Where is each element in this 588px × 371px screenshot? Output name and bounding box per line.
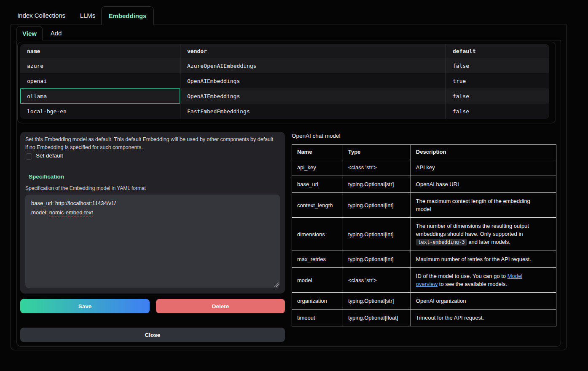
cell-name[interactable]: ollama — [20, 88, 180, 104]
column-header-vendor: vendor — [180, 44, 446, 58]
embedding-row-openai[interactable]: openaiOpenAIEmbeddingstrue — [20, 73, 549, 88]
embeddings-table: namevendordefault azureAzureOpenAIEmbedd… — [20, 44, 549, 119]
spec-help-text: Specification of the Embedding model in … — [25, 185, 146, 191]
doc-cell-description: ID of the model to use. You can go to Mo… — [411, 268, 556, 293]
app-window: Index Collections LLMs Embeddings View A… — [0, 0, 588, 371]
doc-column-header-type: Type — [343, 145, 411, 159]
yaml-line-2: model: nomic-embed-text — [31, 208, 274, 217]
doc-cell-description: OpenAI organization — [411, 293, 556, 310]
cell-vendor[interactable]: OpenAIEmbeddings — [180, 88, 446, 104]
doc-row-dimensions: dimensionstyping.Optional[int]The number… — [292, 218, 556, 251]
doc-cell-type: typing.Optional[float] — [343, 310, 411, 326]
cell-vendor[interactable]: OpenAIEmbeddings — [180, 73, 446, 88]
column-header-default: default — [446, 44, 549, 58]
doc-cell-description: Maximum number of retries for the API re… — [411, 251, 556, 268]
doc-row-context_length: context_lengthtyping.Optional[int]The ma… — [292, 193, 556, 218]
doc-cell-description: API key — [411, 159, 556, 176]
doc-row-model: model<class 'str'>ID of the model to use… — [292, 268, 556, 293]
doc-cell-type: typing.Optional[int] — [343, 218, 411, 251]
doc-row-organization: organizationtyping.Optional[str]OpenAI o… — [292, 293, 556, 310]
doc-cell-name: timeout — [292, 310, 343, 326]
doc-cell-name: api_key — [292, 159, 343, 176]
cell-vendor[interactable]: FastEmbedEmbeddings — [180, 104, 446, 119]
doc-cell-name: model — [292, 268, 343, 293]
description-text: The number of dimensions the resulting o… — [416, 223, 529, 237]
description-text: OpenAI organization — [416, 298, 466, 304]
doc-cell-description: The maximum context length of the embedd… — [411, 193, 556, 218]
doc-panel-title: OpenAI chat model — [292, 133, 341, 139]
embeddings-table-body: azureAzureOpenAIEmbeddingsfalseopenaiOpe… — [20, 58, 549, 119]
doc-cell-type: typing.Optional[str] — [343, 293, 411, 310]
tab-embeddings[interactable]: Embeddings — [101, 6, 154, 25]
doc-cell-name: max_retries — [292, 251, 343, 268]
description-text: OpenAI base URL — [416, 181, 461, 187]
doc-table-header: NameTypeDescription — [292, 145, 556, 159]
cell-default[interactable]: false — [446, 88, 549, 104]
cell-default[interactable]: true — [446, 73, 549, 88]
code-chip: text-embedding-3 — [416, 239, 467, 246]
cell-name[interactable]: local-bge-en — [20, 104, 180, 119]
subtab-add[interactable]: Add — [43, 26, 69, 40]
cell-default[interactable]: false — [446, 58, 549, 73]
doc-table-body: api_key<class 'str'>API keybase_urltypin… — [292, 159, 556, 326]
subtab-view[interactable]: View — [16, 26, 43, 40]
tab-index-collections[interactable]: Index Collections — [16, 6, 67, 24]
misspelled-word: nomic-embed-text — [49, 209, 93, 216]
doc-cell-description: The number of dimensions the resulting o… — [411, 218, 556, 251]
specification-heading: Specification — [29, 173, 64, 180]
description-text: Timeout for the API request. — [416, 315, 484, 321]
set-default-checkbox[interactable] — [26, 153, 32, 160]
cell-name[interactable]: openai — [20, 73, 180, 88]
close-button[interactable]: Close — [20, 328, 285, 342]
cell-name[interactable]: azure — [20, 58, 180, 73]
doc-row-base_url: base_urltyping.Optional[str]OpenAI base … — [292, 176, 556, 193]
doc-cell-name: dimensions — [292, 218, 343, 251]
doc-cell-name: organization — [292, 293, 343, 310]
doc-cell-type: typing.Optional[str] — [343, 176, 411, 193]
description-text: The maximum context length of the embedd… — [416, 198, 530, 212]
column-header-name: name — [20, 44, 180, 58]
cell-vendor[interactable]: AzureOpenAIEmbeddings — [180, 58, 446, 73]
description-text: API key — [416, 164, 435, 171]
doc-cell-description: Timeout for the API request. — [411, 310, 556, 326]
doc-cell-description: OpenAI base URL — [411, 176, 556, 193]
resize-handle-icon[interactable] — [274, 282, 279, 287]
doc-column-header-description: Description — [411, 145, 556, 159]
yaml-line-1: base_url: http://localhost:11434/v1/ — [31, 199, 274, 208]
set-default-label: Set default — [36, 152, 63, 159]
embeddings-table-header: namevendordefault — [20, 44, 549, 58]
description-text: ID of the model to use. You can go to — [416, 273, 507, 279]
doc-cell-name: base_url — [292, 176, 343, 193]
description-text: to see the available models. — [438, 281, 507, 287]
doc-row-timeout: timeouttyping.Optional[float]Timeout for… — [292, 310, 556, 326]
doc-cell-type: typing.Optional[int] — [343, 193, 411, 218]
yaml-spec-editor[interactable]: base_url: http://localhost:11434/v1/ mod… — [25, 195, 280, 288]
delete-button[interactable]: Delete — [156, 299, 285, 313]
doc-cell-type: typing.Optional[int] — [343, 251, 411, 268]
doc-cell-name: context_length — [292, 193, 343, 218]
save-button[interactable]: Save — [20, 299, 150, 313]
config-card: Set this Embedding model as default. Thi… — [20, 132, 285, 294]
doc-row-api_key: api_key<class 'str'>API key — [292, 159, 556, 176]
cell-default[interactable]: false — [446, 104, 549, 119]
tab-llms[interactable]: LLMs — [79, 6, 96, 24]
doc-cell-type: <class 'str'> — [343, 268, 411, 293]
embedding-row-ollama[interactable]: ollamaOpenAIEmbeddingsfalse — [20, 88, 549, 104]
doc-row-max_retries: max_retriestyping.Optional[int]Maximum n… — [292, 251, 556, 268]
doc-table: NameTypeDescription api_key<class 'str'>… — [292, 144, 556, 326]
doc-column-header-name: Name — [292, 145, 343, 159]
embedding-row-local-bge-en[interactable]: local-bge-enFastEmbedEmbeddingsfalse — [20, 104, 549, 119]
embedding-row-azure[interactable]: azureAzureOpenAIEmbeddingsfalse — [20, 58, 549, 73]
description-text: and later models. — [467, 239, 510, 245]
default-help-text: Set this Embedding model as default. Thi… — [25, 136, 277, 152]
description-text: Maximum number of retries for the API re… — [416, 256, 531, 262]
doc-cell-type: <class 'str'> — [343, 159, 411, 176]
